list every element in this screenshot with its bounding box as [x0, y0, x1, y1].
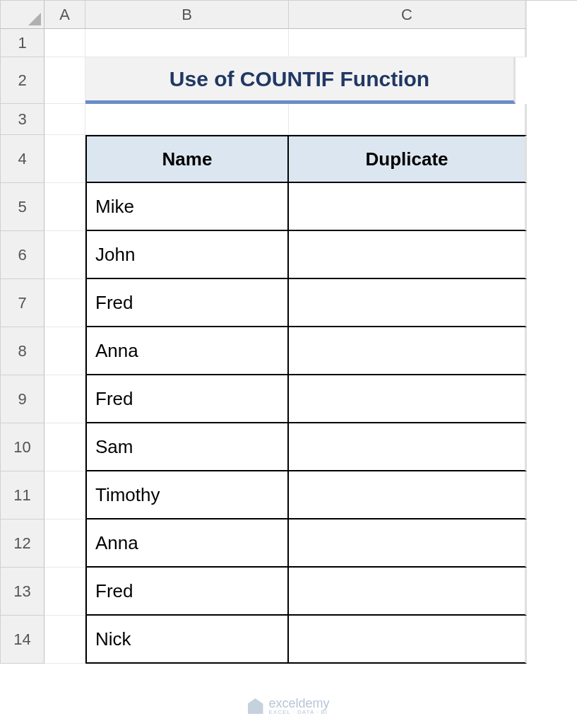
- watermark: exceldemy EXCEL · DATA · BI: [247, 697, 329, 715]
- table-row[interactable]: Timothy: [85, 471, 289, 519]
- table-row[interactable]: [289, 183, 527, 231]
- table-row[interactable]: [289, 519, 527, 568]
- cell-A8[interactable]: [44, 327, 85, 375]
- cell-C1[interactable]: [289, 29, 527, 57]
- cell-A2[interactable]: [44, 57, 85, 104]
- cell-A3[interactable]: [44, 104, 85, 135]
- watermark-icon: [247, 698, 263, 714]
- row-header-13[interactable]: 13: [1, 568, 44, 616]
- table-row[interactable]: [289, 327, 527, 375]
- table-row[interactable]: [289, 279, 527, 327]
- page-title: Use of COUNTIF Function: [85, 57, 516, 104]
- table-row[interactable]: Fred: [85, 568, 289, 616]
- table-row[interactable]: Mike: [85, 183, 289, 231]
- table-row[interactable]: Anna: [85, 519, 289, 568]
- cell-A5[interactable]: [44, 183, 85, 231]
- cell-A4[interactable]: [44, 135, 85, 183]
- cell-C3[interactable]: [289, 104, 527, 135]
- cell-B3[interactable]: [85, 104, 289, 135]
- cell-B1[interactable]: [85, 29, 289, 57]
- cell-A10[interactable]: [44, 423, 85, 471]
- cell-A1[interactable]: [44, 29, 85, 57]
- row-header-4[interactable]: 4: [1, 135, 44, 183]
- cell-A7[interactable]: [44, 279, 85, 327]
- row-header-1[interactable]: 1: [1, 29, 44, 57]
- row-header-7[interactable]: 7: [1, 279, 44, 327]
- table-row[interactable]: [289, 375, 527, 423]
- cell-A12[interactable]: [44, 519, 85, 568]
- cell-A13[interactable]: [44, 568, 85, 616]
- watermark-tagline: EXCEL · DATA · BI: [268, 710, 329, 715]
- table-row[interactable]: [289, 423, 527, 471]
- row-header-11[interactable]: 11: [1, 471, 44, 519]
- table-row[interactable]: [289, 568, 527, 616]
- spreadsheet-grid: A B C 1 2 Use of COUNTIF Function 3 4 Na…: [0, 0, 577, 664]
- table-row[interactable]: Sam: [85, 423, 289, 471]
- table-row[interactable]: [289, 471, 527, 519]
- row-header-14[interactable]: 14: [1, 616, 44, 664]
- table-row[interactable]: Nick: [85, 616, 289, 664]
- row-header-5[interactable]: 5: [1, 183, 44, 231]
- table-row[interactable]: John: [85, 231, 289, 279]
- table-header-name[interactable]: Name: [85, 135, 289, 183]
- table-row[interactable]: [289, 231, 527, 279]
- table-header-duplicate[interactable]: Duplicate: [289, 135, 527, 183]
- row-header-3[interactable]: 3: [1, 104, 44, 135]
- table-row[interactable]: [289, 616, 527, 664]
- cell-A14[interactable]: [44, 616, 85, 664]
- row-header-9[interactable]: 9: [1, 375, 44, 423]
- select-all-corner[interactable]: [1, 1, 44, 29]
- row-header-12[interactable]: 12: [1, 519, 44, 568]
- table-row[interactable]: Fred: [85, 279, 289, 327]
- row-header-8[interactable]: 8: [1, 327, 44, 375]
- col-header-B[interactable]: B: [85, 1, 289, 29]
- row-header-2[interactable]: 2: [1, 57, 44, 104]
- row-header-10[interactable]: 10: [1, 423, 44, 471]
- cell-A11[interactable]: [44, 471, 85, 519]
- table-row[interactable]: Fred: [85, 375, 289, 423]
- cell-A9[interactable]: [44, 375, 85, 423]
- cell-A6[interactable]: [44, 231, 85, 279]
- watermark-brand: exceldemy: [268, 697, 329, 710]
- col-header-A[interactable]: A: [44, 1, 85, 29]
- table-row[interactable]: Anna: [85, 327, 289, 375]
- col-header-C[interactable]: C: [289, 1, 527, 29]
- row-header-6[interactable]: 6: [1, 231, 44, 279]
